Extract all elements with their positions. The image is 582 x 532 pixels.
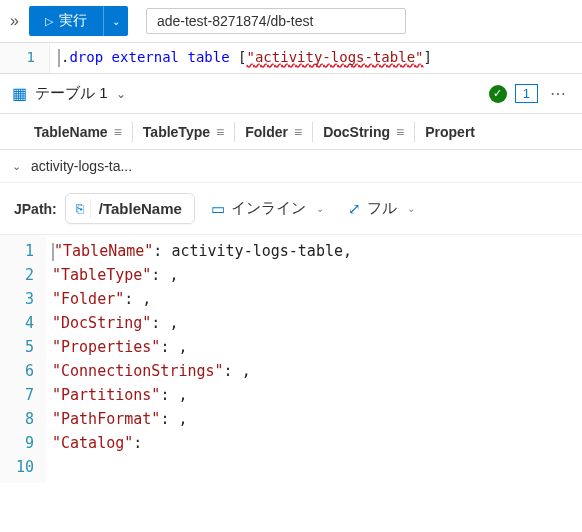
filter-icon[interactable]: ≡ xyxy=(114,124,122,140)
filter-icon[interactable]: ≡ xyxy=(396,124,404,140)
jpath-label: JPath: xyxy=(14,201,57,217)
column-header[interactable]: TableType≡ xyxy=(133,124,234,140)
table-icon: ▦ xyxy=(12,84,27,103)
results-dropdown-icon[interactable]: ⌄ xyxy=(116,87,126,101)
run-button[interactable]: ▷ 実行 xyxy=(29,6,103,36)
jpath-value[interactable]: /TableName xyxy=(97,198,190,219)
success-icon: ✓ xyxy=(489,85,507,103)
run-button-group: ▷ 実行 ⌄ xyxy=(29,6,128,36)
results-title: テーブル 1 xyxy=(35,84,108,103)
column-header[interactable]: DocString≡ xyxy=(313,124,414,140)
results-header: ▦ テーブル 1 ⌄ ✓ 1 ⋯ xyxy=(0,74,582,114)
column-header[interactable]: Folder≡ xyxy=(235,124,312,140)
table-row[interactable]: ⌄ activity-logs-ta... xyxy=(0,150,582,183)
row-count-badge[interactable]: 1 xyxy=(515,84,538,103)
top-toolbar: » ▷ 実行 ⌄ ade-test-8271874/db-test xyxy=(0,0,582,43)
inline-mode-button[interactable]: ▭ インライン ⌄ xyxy=(203,195,332,222)
full-mode-button[interactable]: ⤢ フル ⌄ xyxy=(340,195,423,222)
grid-header: TableName≡ TableType≡ Folder≡ DocString≡… xyxy=(0,114,582,150)
filter-icon[interactable]: ≡ xyxy=(216,124,224,140)
jpath-toolbar: JPath: ⎘ /TableName ▭ インライン ⌄ ⤢ フル ⌄ xyxy=(0,183,582,235)
run-button-label: 実行 xyxy=(59,12,87,30)
chevron-down-icon: ⌄ xyxy=(316,203,324,214)
query-editor[interactable]: 1 .drop external table ["activity-logs-t… xyxy=(0,43,582,74)
more-menu-icon[interactable]: ⋯ xyxy=(546,84,570,103)
expand-row-icon[interactable]: ⌄ xyxy=(12,160,21,173)
filter-icon[interactable]: ≡ xyxy=(294,124,302,140)
inline-icon: ▭ xyxy=(211,200,225,218)
play-icon: ▷ xyxy=(45,15,53,28)
cell-tablename: activity-logs-ta... xyxy=(31,158,132,174)
expand-chevron-icon[interactable]: » xyxy=(8,10,21,32)
column-header[interactable]: Propert xyxy=(415,124,485,140)
editor-code[interactable]: .drop external table ["activity-logs-tab… xyxy=(50,43,440,73)
run-dropdown-button[interactable]: ⌄ xyxy=(103,6,128,36)
scope-field[interactable]: ade-test-8271874/db-test xyxy=(146,8,406,34)
editor-gutter: 1 xyxy=(0,43,50,73)
json-body[interactable]: "TableName": activity-logs-table,"TableT… xyxy=(46,235,358,483)
column-header[interactable]: TableName≡ xyxy=(24,124,132,140)
chevron-down-icon: ⌄ xyxy=(407,203,415,214)
jpath-box: ⎘ /TableName xyxy=(65,193,195,224)
json-gutter: 12345678910 xyxy=(0,235,46,483)
json-viewer[interactable]: 12345678910 "TableName": activity-logs-t… xyxy=(0,235,582,483)
copy-icon[interactable]: ⎘ xyxy=(70,199,91,218)
expand-icon: ⤢ xyxy=(348,200,361,218)
